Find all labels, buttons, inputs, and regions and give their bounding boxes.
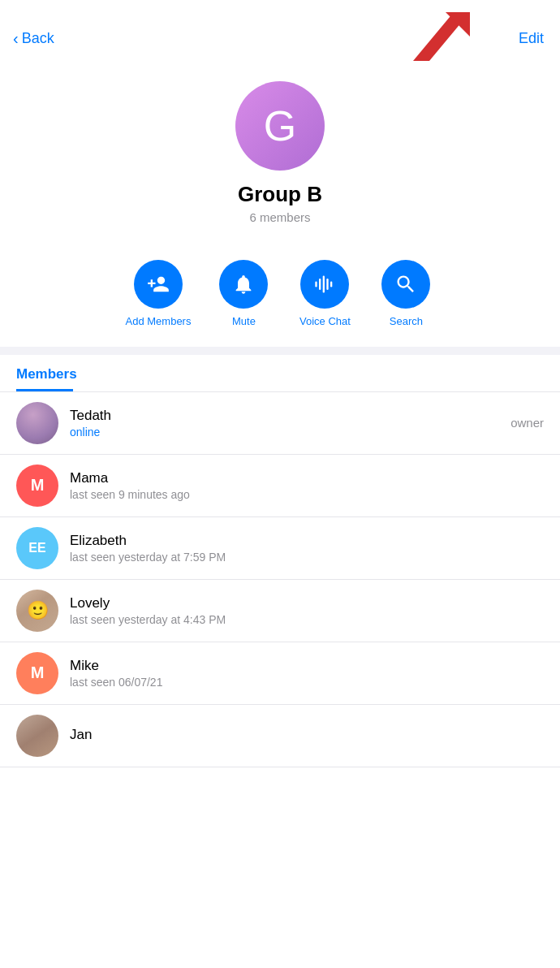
member-role: owner — [510, 416, 544, 430]
member-status: last seen 06/07/21 — [70, 676, 544, 689]
group-avatar: G — [235, 81, 325, 171]
member-info: Mamalast seen 9 minutes ago — [70, 470, 544, 501]
svg-rect-4 — [323, 276, 325, 293]
add-members-icon — [134, 260, 183, 309]
search-icon-container — [381, 260, 430, 309]
members-count: 6 members — [249, 210, 310, 224]
red-arrow-annotation — [381, 8, 470, 65]
section-divider — [0, 347, 560, 355]
svg-rect-6 — [330, 282, 332, 287]
actions-section: Add Members Mute Voice Chat Sear — [0, 244, 560, 347]
header: ‹ Back Edit — [0, 0, 560, 73]
svg-marker-0 — [413, 12, 470, 61]
member-item[interactable]: Jan — [0, 705, 560, 767]
waveform-icon — [313, 273, 336, 296]
search-action[interactable]: Search — [377, 260, 434, 327]
member-info: Lovelylast seen yesterday at 4:43 PM — [70, 595, 544, 626]
member-info: Tedathonline — [70, 408, 499, 439]
group-name: Group B — [238, 182, 322, 207]
member-name: Mike — [70, 658, 544, 674]
back-label: Back — [22, 30, 54, 47]
member-item[interactable]: 🙂Lovelylast seen yesterday at 4:43 PM — [0, 580, 560, 642]
add-members-action[interactable]: Add Members — [126, 260, 192, 327]
members-title: Members — [16, 366, 77, 382]
back-button[interactable]: ‹ Back — [13, 29, 54, 48]
member-item[interactable]: EEElizabethlast seen yesterday at 7:59 P… — [0, 517, 560, 580]
svg-marker-1 — [446, 12, 470, 37]
member-status: last seen 9 minutes ago — [70, 488, 544, 501]
mute-label: Mute — [232, 315, 256, 327]
voice-chat-icon-container — [300, 260, 349, 309]
member-item[interactable]: Tedathonlineowner — [0, 392, 560, 455]
members-list: TedathonlineownerMMamalast seen 9 minute… — [0, 392, 560, 767]
member-status: online — [70, 426, 499, 439]
member-avatar — [16, 715, 58, 757]
member-status: last seen yesterday at 4:43 PM — [70, 613, 544, 626]
bell-icon — [232, 273, 255, 296]
member-name: Lovely — [70, 595, 544, 611]
member-status: last seen yesterday at 7:59 PM — [70, 551, 544, 564]
back-chevron-icon: ‹ — [13, 29, 19, 48]
member-name: Mama — [70, 470, 544, 486]
voice-chat-label: Voice Chat — [299, 315, 351, 327]
profile-section: G Group B 6 members — [0, 73, 560, 244]
svg-rect-3 — [319, 279, 321, 290]
members-section: Members TedathonlineownerMMamalast seen … — [0, 355, 560, 767]
avatar-letter: G — [264, 102, 296, 150]
member-item[interactable]: MMikelast seen 06/07/21 — [0, 642, 560, 705]
voice-chat-action[interactable]: Voice Chat — [296, 260, 353, 327]
add-members-label: Add Members — [126, 315, 192, 327]
mute-action[interactable]: Mute — [215, 260, 272, 327]
member-avatar — [16, 402, 58, 444]
member-avatar: M — [16, 465, 58, 507]
member-name: Elizabeth — [70, 533, 544, 549]
member-info: Mikelast seen 06/07/21 — [70, 658, 544, 689]
person-add-icon — [147, 273, 170, 296]
member-name: Jan — [70, 727, 544, 743]
member-item[interactable]: MMamalast seen 9 minutes ago — [0, 455, 560, 517]
mute-icon — [219, 260, 268, 309]
search-label: Search — [390, 315, 423, 327]
edit-button[interactable]: Edit — [519, 30, 544, 47]
member-avatar: M — [16, 652, 58, 694]
member-info: Elizabethlast seen yesterday at 7:59 PM — [70, 533, 544, 564]
svg-rect-5 — [327, 279, 329, 290]
member-avatar: 🙂 — [16, 590, 58, 632]
member-name: Tedath — [70, 408, 499, 424]
search-icon — [394, 273, 417, 296]
svg-rect-2 — [316, 282, 317, 287]
member-info: Jan — [70, 727, 544, 745]
member-avatar: EE — [16, 527, 58, 569]
